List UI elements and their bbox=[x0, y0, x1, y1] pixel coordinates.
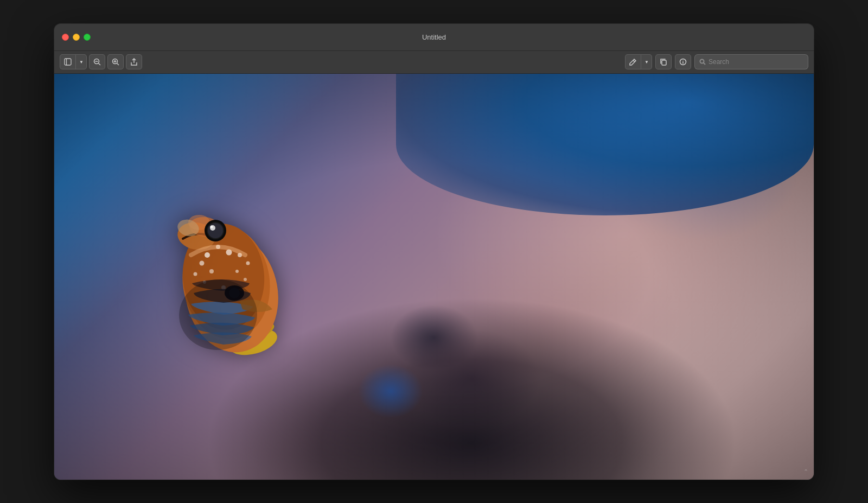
vignette-overlay bbox=[54, 74, 814, 480]
toolbar: ▼ bbox=[54, 51, 814, 74]
svg-line-8 bbox=[117, 63, 119, 66]
sidebar-icon bbox=[64, 58, 72, 66]
view-toggle-button[interactable] bbox=[60, 54, 75, 69]
titlebar: Untitled bbox=[54, 24, 814, 51]
pen-button[interactable] bbox=[625, 54, 641, 69]
window-title: Untitled bbox=[422, 33, 446, 41]
copy-icon bbox=[660, 58, 667, 66]
search-input[interactable] bbox=[709, 58, 803, 66]
position-indicator: ⌃ bbox=[803, 468, 808, 475]
pen-chevron-icon: ▼ bbox=[644, 60, 649, 65]
chevron-down-icon: ▼ bbox=[79, 60, 84, 65]
app-window: Untitled ▼ bbox=[54, 24, 814, 480]
zoom-in-icon bbox=[112, 58, 119, 66]
pen-group: ▼ bbox=[625, 54, 652, 69]
view-toggle-group: ▼ bbox=[60, 54, 87, 69]
share-button[interactable] bbox=[126, 54, 142, 69]
copy-button[interactable] bbox=[655, 54, 672, 69]
position-icon: ⌃ bbox=[803, 468, 808, 475]
zoom-out-icon bbox=[93, 58, 101, 66]
svg-point-14 bbox=[700, 60, 704, 63]
svg-line-15 bbox=[704, 63, 706, 65]
traffic-lights bbox=[62, 34, 91, 41]
zoom-in-button[interactable] bbox=[107, 54, 124, 69]
view-chevron-button[interactable]: ▼ bbox=[75, 54, 87, 69]
search-box[interactable] bbox=[694, 54, 808, 69]
scene: ⌃ bbox=[54, 74, 814, 480]
pen-chevron-button[interactable]: ▼ bbox=[641, 54, 652, 69]
search-icon bbox=[699, 59, 706, 65]
zoom-out-button[interactable] bbox=[89, 54, 105, 69]
svg-line-9 bbox=[633, 60, 635, 62]
toolbar-right-group: ▼ bbox=[625, 54, 808, 69]
svg-rect-10 bbox=[662, 60, 666, 65]
info-button[interactable] bbox=[675, 54, 691, 69]
svg-point-13 bbox=[682, 60, 683, 60]
maximize-button[interactable] bbox=[84, 34, 91, 41]
info-icon bbox=[679, 58, 687, 66]
svg-line-4 bbox=[98, 63, 100, 66]
share-icon bbox=[130, 58, 138, 66]
minimize-button[interactable] bbox=[73, 34, 80, 41]
pen-icon bbox=[629, 58, 637, 66]
svg-rect-0 bbox=[65, 59, 71, 65]
image-area: ⌃ bbox=[54, 74, 814, 480]
toolbar-left-group: ▼ bbox=[60, 54, 142, 69]
close-button[interactable] bbox=[62, 34, 69, 41]
